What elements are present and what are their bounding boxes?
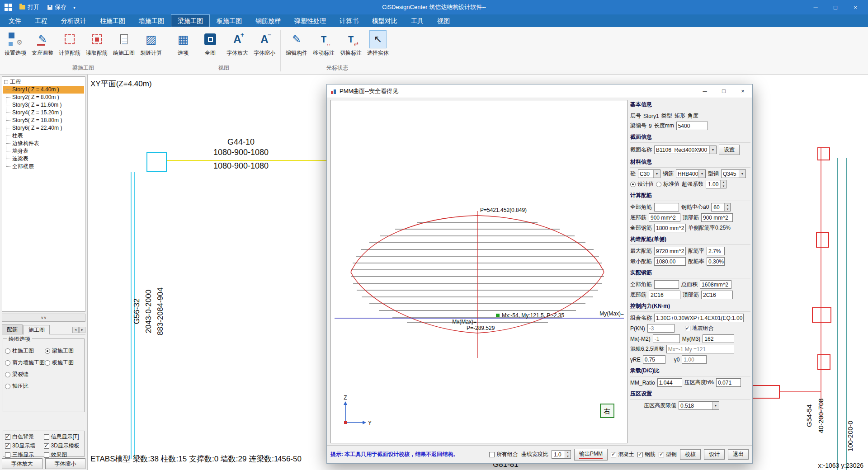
all-combinations-checkbox[interactable]: 所有组合 — [489, 451, 518, 458]
zone-limit-combo[interactable]: 0.518 — [679, 401, 719, 410]
tab-rebar[interactable]: 配筋 — [2, 324, 23, 334]
exit-button[interactable]: 退出 — [728, 449, 749, 460]
dropdown-arrow-icon[interactable] — [739, 170, 745, 178]
concrete-checkbox[interactable]: 混凝土 — [611, 451, 634, 458]
actual-corner-input[interactable] — [654, 280, 679, 289]
menu-beam-drawing[interactable]: 梁施工图 — [171, 14, 210, 27]
tree-expander-icon[interactable] — [4, 80, 8, 84]
dropdown-arrow-icon[interactable] — [712, 402, 719, 409]
check-white-background[interactable]: 白色背景 — [5, 433, 44, 441]
font-enlarge-button[interactable]: 字体放大 — [224, 29, 251, 63]
section-settings-button[interactable]: 设置 — [719, 145, 740, 155]
tree-collapse-button[interactable]: ∨∨ — [2, 314, 85, 322]
menu-wall-drawing[interactable]: 墙施工图 — [132, 14, 171, 27]
support-adjust-button[interactable]: 支座调整 — [29, 29, 56, 63]
menu-file[interactable]: 文件 — [2, 14, 28, 27]
tree-item-edge-member-table[interactable]: 边缘构件表 — [3, 140, 84, 147]
menu-tools[interactable]: 工具 — [404, 14, 430, 27]
calc-rebar-button[interactable]: 计算配筋 — [56, 29, 83, 63]
radio-column-drawing[interactable]: 柱施工图 — [5, 347, 45, 355]
tab-scroll-left-icon[interactable]: ◄ — [72, 327, 79, 333]
quick-access-caret[interactable]: ▾ — [71, 5, 78, 10]
corner-rebar-input[interactable] — [654, 203, 679, 212]
dropdown-arrow-icon[interactable] — [709, 146, 716, 154]
save-button[interactable]: 保存 — [43, 0, 71, 14]
curve-width-spinner[interactable]: 1.0 — [552, 450, 571, 459]
set-options-button[interactable]: 设置选项 — [2, 29, 29, 63]
output-pmm-button[interactable]: 输出PMM — [574, 449, 608, 461]
menu-column-drawing[interactable]: 柱施工图 — [93, 14, 132, 27]
radio-beam-crack[interactable]: 梁裂缝 — [5, 371, 45, 378]
tree-item-wall-table[interactable]: 墙身表 — [3, 147, 84, 155]
maximize-button[interactable]: □ — [826, 0, 845, 14]
font-shrink-button[interactable]: 字体缩小 — [251, 29, 278, 63]
edit-member-button[interactable]: 编辑构件 — [283, 29, 310, 63]
tree-item-all-stories[interactable]: 全部楼层 — [3, 163, 84, 170]
tree-item-coupling-beam-table[interactable]: 连梁表 — [3, 155, 84, 163]
menu-calc-report[interactable]: 计算书 — [333, 14, 365, 27]
actual-bottom-input[interactable]: 2C16 — [649, 291, 680, 299]
tree-item-story3[interactable]: Story3( Z = 11.60m ) — [3, 101, 84, 109]
tree-item-story2[interactable]: Story2( Z = 8.00m ) — [3, 94, 84, 101]
steel-grade-combo[interactable]: Q345 — [721, 169, 746, 178]
font-shrink-sidebar-button[interactable]: 字体缩小 — [45, 458, 86, 469]
radio-beam-drawing[interactable]: 梁施工图 — [45, 347, 82, 355]
tree-item-story1[interactable]: Story1( Z = 4.40m ) — [3, 86, 84, 94]
dropdown-arrow-icon[interactable] — [653, 170, 660, 178]
section-name-combo[interactable]: B1106_Rect400X900 — [654, 146, 717, 154]
tree-item-story4[interactable]: Story4( Z = 15.20m ) — [3, 109, 84, 117]
rebar-checkbox[interactable]: 钢筋 — [637, 451, 656, 458]
tree-item-story6[interactable]: Story6( Z = 22.40m ) — [3, 124, 84, 132]
overstrength-spinner[interactable]: 1.00 — [706, 180, 726, 188]
design-button[interactable]: 设计 — [704, 449, 725, 460]
full-view-button[interactable]: 全图 — [197, 29, 224, 63]
radio-standard-value[interactable]: 标准值 — [656, 180, 679, 188]
dialog-close-button[interactable]: × — [733, 85, 752, 98]
close-button[interactable]: × — [845, 0, 865, 14]
menu-project[interactable]: 工程 — [28, 14, 54, 27]
tree-item-story5[interactable]: Story5( Z = 18.80m ) — [3, 117, 84, 124]
check-3d-slab[interactable]: 3D显示楼板 — [44, 442, 83, 450]
font-enlarge-sidebar-button[interactable]: 字体放大 — [2, 458, 42, 469]
dialog-minimize-button[interactable]: ─ — [695, 85, 714, 98]
check-render-view[interactable]: 效果图 — [44, 451, 83, 459]
radio-shearwall-drawing[interactable]: 剪力墙施工图 — [5, 359, 45, 367]
check-info-display[interactable]: 信息显示[T] — [44, 433, 83, 441]
options-button[interactable]: 选项 — [170, 29, 197, 63]
menu-model-compare[interactable]: 模型对比 — [365, 14, 404, 27]
menu-analysis-design[interactable]: 分析设计 — [54, 14, 93, 27]
my-value[interactable]: 162 — [703, 334, 734, 343]
steel-checkbox[interactable]: 型钢 — [659, 451, 677, 458]
crack-calc-button[interactable]: 裂缝计算 — [137, 29, 165, 63]
tab-scroll-right-icon[interactable]: ► — [79, 327, 85, 333]
check-3d-view[interactable]: 三维显示 — [5, 451, 44, 459]
check-3d-wall[interactable]: 3D显示墙 — [5, 442, 44, 450]
menu-rebar-detailing[interactable]: 钢筋放样 — [249, 14, 288, 27]
radio-slab-drawing[interactable]: 板施工图 — [45, 359, 82, 367]
pmm-plot-area[interactable]: P=5421.452(0.849) Mx(Max)= P=-289.529 My… — [330, 100, 627, 443]
radio-axial-ratio[interactable]: 轴压比 — [5, 382, 45, 390]
rebar-grade-combo[interactable]: HRB400 — [676, 169, 706, 178]
tab-construction-drawing[interactable]: 施工图 — [24, 325, 50, 334]
select-entity-button[interactable]: 选择实体 — [364, 29, 392, 63]
length-input[interactable]: 5400 — [676, 122, 708, 130]
dropdown-arrow-icon[interactable] — [698, 170, 705, 178]
toggle-annotation-button[interactable]: 切换标注 — [337, 29, 364, 63]
actual-top-input[interactable]: 2C16 — [701, 291, 733, 299]
concrete-grade-combo[interactable]: C30 — [638, 169, 660, 178]
move-annotation-button[interactable]: 移动标注 — [310, 29, 337, 63]
tree-item-column-table[interactable]: 柱表 — [3, 132, 84, 140]
gamma-re-input[interactable]: 0.75 — [643, 355, 665, 364]
read-rebar-button[interactable]: 读取配筋 — [83, 29, 110, 63]
menu-view[interactable]: 视图 — [430, 14, 457, 27]
radio-design-value[interactable]: 设计值 — [630, 180, 654, 188]
seismic-combo-checkbox[interactable]: 地震组合 — [685, 324, 714, 332]
menu-elastoplastic[interactable]: 弹塑性处理 — [288, 14, 333, 27]
dialog-maximize-button[interactable]: □ — [714, 85, 733, 98]
rebar-center-spinner[interactable]: 60 — [711, 203, 731, 212]
open-button[interactable]: 打开 — [15, 0, 43, 14]
combination-name-value[interactable]: 1.30G+0.30WXP+1.4EX01(EQ:1.00 M — [654, 314, 744, 322]
menu-slab-drawing[interactable]: 板施工图 — [210, 14, 249, 27]
draw-drawing-button[interactable]: 绘施工图 — [110, 29, 137, 63]
check-button[interactable]: 校核 — [680, 449, 701, 460]
